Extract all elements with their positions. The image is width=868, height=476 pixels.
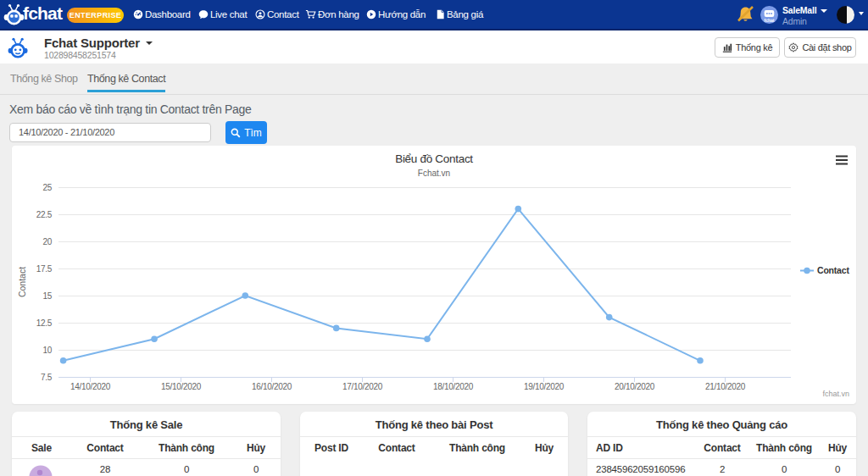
svg-text:16/10/2020: 16/10/2020 xyxy=(252,382,292,391)
svg-text:21/10/2020: 21/10/2020 xyxy=(705,382,746,391)
svg-text:22.5: 22.5 xyxy=(36,210,53,219)
svg-text:fchat.vn: fchat.vn xyxy=(822,390,849,398)
svg-text:17/10/2020: 17/10/2020 xyxy=(342,382,383,391)
svg-text:25: 25 xyxy=(42,183,52,192)
svg-text:15: 15 xyxy=(42,291,52,301)
svg-text:14/10/2020: 14/10/2020 xyxy=(70,382,111,391)
svg-text:20: 20 xyxy=(42,237,52,246)
svg-text:19/10/2020: 19/10/2020 xyxy=(524,382,565,391)
svg-text:10: 10 xyxy=(42,346,52,355)
svg-text:18/10/2020: 18/10/2020 xyxy=(433,382,474,391)
svg-text:12.5: 12.5 xyxy=(36,318,53,328)
svg-text:15/10/2020: 15/10/2020 xyxy=(161,382,202,391)
svg-text:Biểu đồ Contact: Biểu đồ Contact xyxy=(395,152,473,165)
svg-text:Fchat.vn: Fchat.vn xyxy=(418,169,450,178)
svg-text:Contact: Contact xyxy=(17,267,27,297)
svg-text:20/10/2020: 20/10/2020 xyxy=(615,382,655,391)
svg-text:Contact: Contact xyxy=(817,265,849,275)
svg-text:7.5: 7.5 xyxy=(41,373,53,382)
svg-text:17.5: 17.5 xyxy=(36,264,53,274)
svg-text:fchat: fchat xyxy=(765,18,775,23)
